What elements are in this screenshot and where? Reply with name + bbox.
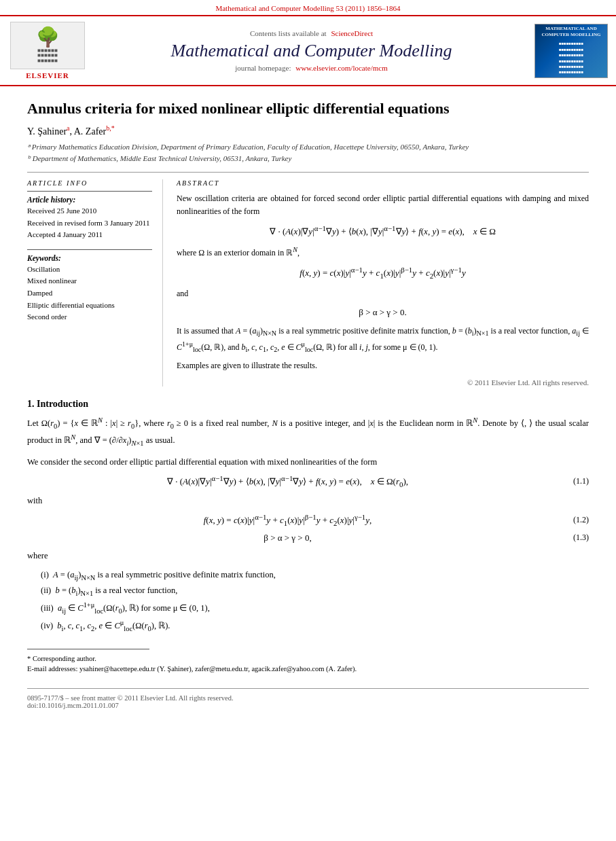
- equation-1-3-row: β > α > γ > 0, (1.3): [27, 533, 589, 543]
- corresponding-author-note: * Corresponding author.: [27, 654, 589, 664]
- tree-icon: 🌳: [36, 28, 60, 47]
- issn-line: 0895-7177/$ – see front matter © 2011 El…: [27, 694, 589, 702]
- journal-citation: Mathematical and Computer Modelling 53 (…: [0, 0, 616, 15]
- info-divider: [27, 191, 152, 192]
- email-line: E-mail addresses: ysahiner@hacettepe.edu…: [27, 664, 589, 675]
- info-abstract-columns: ARTICLE INFO Article history: Received 2…: [27, 179, 589, 387]
- elsevier-logo-box: 🌳 ◼◼◼◼◼◼ ◼◼◼◼◼◼ ◼◼◼◼◼◼: [10, 22, 85, 69]
- keywords-block: Keywords: Oscillation Mixed nonlinear Da…: [27, 254, 152, 323]
- email-label: E-mail addresses:: [27, 665, 77, 673]
- abstract-column: ABSTRACT New oscillation criteria are ob…: [177, 179, 589, 387]
- keyword-5: Second order: [27, 311, 152, 323]
- author-names: Y. Şahinera, A. Zaferb,*: [27, 126, 115, 137]
- keywords-title: Keywords:: [27, 254, 152, 262]
- elsevier-label: ELSEVIER: [26, 71, 69, 79]
- condition-iii: (iii) aij ∈ C1+μloc(Ω(r0), ℝ) for some μ…: [41, 599, 589, 617]
- footnote-divider: [27, 649, 149, 649]
- keywords-divider: [27, 249, 152, 250]
- affiliations: ᵃ Primary Mathematics Education Division…: [27, 141, 589, 164]
- homepage-prefix: journal homepage:: [235, 64, 291, 72]
- received-date: Received 25 June 2010: [27, 205, 152, 217]
- equation-1-2: f(x, y) = c(x)|y|α−1y + c1(x)|y|β−1y + c…: [27, 513, 548, 527]
- condition-iv: (iv) bi, c, c1, c2, e ∈ Cμloc(Ω(r0), ℝ).: [41, 617, 589, 634]
- equation-1-3-number: (1.3): [548, 533, 589, 543]
- keyword-1: Oscillation: [27, 264, 152, 276]
- header-divider: [27, 172, 589, 173]
- journal-title: Mathematical and Computer Modelling: [95, 40, 528, 61]
- article-info-column: ARTICLE INFO Article history: Received 2…: [27, 179, 163, 387]
- journal-center-info: Contents lists available at ScienceDirec…: [95, 29, 528, 72]
- publisher-logo: 🌳 ◼◼◼◼◼◼ ◼◼◼◼◼◼ ◼◼◼◼◼◼ ELSEVIER: [7, 22, 88, 79]
- abstract-heading: ABSTRACT: [177, 179, 589, 187]
- equation-1-1-row: ∇ · (A(x)|∇y|α−1∇y) + ⟨b(x), |∇y|α−1∇y⟩ …: [27, 474, 589, 488]
- journal-homepage: journal homepage: www.elsevier.com/locat…: [95, 64, 528, 72]
- equation-1-2-number: (1.2): [548, 515, 589, 525]
- section1-title: 1. Introduction: [27, 399, 589, 410]
- article-title: Annulus criteria for mixed nonlinear ell…: [27, 100, 589, 118]
- contents-prefix: Contents lists available at: [250, 29, 327, 37]
- email-addresses: ysahiner@hacettepe.edu.tr (Y. Şahiner), …: [79, 665, 357, 673]
- abstract-text4: Examples are given to illustrate the res…: [177, 359, 589, 372]
- cover-decorative: ■■■■■■■■■■ ■■■■■■■■■■ ■■■■■■■■■■ ■■■■■■■…: [559, 41, 583, 75]
- contents-available-line: Contents lists available at ScienceDirec…: [95, 29, 528, 37]
- journal-url[interactable]: www.elsevier.com/locate/mcm: [295, 64, 388, 72]
- affiliation-b: ᵇ Department of Mathematics, Middle East…: [27, 153, 589, 164]
- cover-image: MATHEMATICAL AND COMPUTER MODELLING ■■■■…: [535, 24, 608, 78]
- logo-decorative: ◼◼◼◼◼◼ ◼◼◼◼◼◼ ◼◼◼◼◼◼: [37, 48, 58, 63]
- journal-cover: MATHEMATICAL AND COMPUTER MODELLING ■■■■…: [535, 24, 609, 78]
- conditions-list: (i) A = (aij)N×N is a real symmetric pos…: [41, 568, 589, 635]
- affiliation-a: ᵃ Primary Mathematics Education Division…: [27, 141, 589, 153]
- article-info-heading: ARTICLE INFO: [27, 179, 152, 187]
- equation-1-2-row: f(x, y) = c(x)|y|α−1y + c1(x)|y|β−1y + c…: [27, 513, 589, 527]
- article-history-block: Article history: Received 25 June 2010 R…: [27, 196, 152, 241]
- section1-para2: We consider the second order elliptic pa…: [27, 455, 589, 469]
- authors-line: Y. Şahinera, A. Zaferb,*: [27, 124, 589, 137]
- citation-text: Mathematical and Computer Modelling 53 (…: [215, 4, 400, 12]
- abstract-text3: It is assumed that A = (aij)N×N is a rea…: [177, 325, 589, 355]
- keyword-2: Mixed nonlinear: [27, 275, 152, 287]
- abstract-eq-beta: β > α > γ > 0.: [177, 306, 589, 319]
- abstract-eq-f: f(x, y) = c(x)|y|α−1y + c1(x)|y|β−1y + c…: [177, 264, 589, 282]
- main-content: Annulus criteria for mixed nonlinear ell…: [0, 86, 616, 723]
- history-title: Article history:: [27, 196, 152, 204]
- abstract-and: and: [177, 287, 589, 300]
- bottom-bar: 0895-7177/$ – see front matter © 2011 El…: [27, 688, 589, 709]
- keyword-3: Damped: [27, 287, 152, 300]
- accepted-date: Accepted 4 January 2011: [27, 229, 152, 241]
- abstract-text1: New oscillation criteria are obtained fo…: [177, 194, 589, 216]
- sciencedirect-link[interactable]: ScienceDirect: [331, 29, 373, 37]
- equation-1-3: β > α > γ > 0,: [27, 533, 548, 543]
- abstract-eq-main: ∇ · (A(x)|∇y|α−1∇y) + ⟨b(x), |∇y|α−1∇y⟩ …: [177, 223, 589, 238]
- equation-1-1-number: (1.1): [548, 476, 589, 486]
- section1-where: where: [27, 549, 589, 562]
- copyright: © 2011 Elsevier Ltd. All rights reserved…: [177, 378, 589, 387]
- keyword-4: Elliptic differential equations: [27, 300, 152, 312]
- section1-para1: Let Ω(r0) = {x ∈ ℝN : |x| ≥ r0}, where r…: [27, 415, 589, 450]
- abstract-text2: where Ω is an exterior domain in ℝN,: [177, 245, 589, 260]
- condition-ii: (ii) b = (bi)N×1 is a real vector functi…: [41, 584, 589, 599]
- journal-header: 🌳 ◼◼◼◼◼◼ ◼◼◼◼◼◼ ◼◼◼◼◼◼ ELSEVIER Contents…: [0, 15, 616, 86]
- condition-i: (i) A = (aij)N×N is a real symmetric pos…: [41, 568, 589, 584]
- section1-with: with: [27, 494, 589, 507]
- abstract-body: New oscillation criteria are obtained fo…: [177, 192, 589, 372]
- equation-1-1: ∇ · (A(x)|∇y|α−1∇y) + ⟨b(x), |∇y|α−1∇y⟩ …: [27, 474, 548, 488]
- cover-title: MATHEMATICAL AND COMPUTER MODELLING: [538, 26, 604, 38]
- revised-date: Received in revised form 3 January 2011: [27, 217, 152, 230]
- doi-line: doi:10.1016/j.mcm.2011.01.007: [27, 702, 589, 709]
- footnote: * Corresponding author. E-mail addresses…: [27, 654, 589, 675]
